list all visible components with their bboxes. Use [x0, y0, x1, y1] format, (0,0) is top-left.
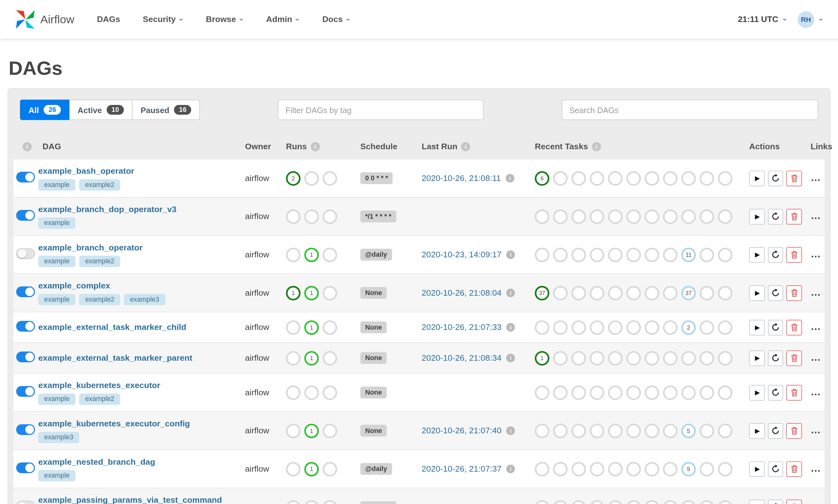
delete-dag-button[interactable] [786, 170, 802, 186]
trigger-dag-button[interactable]: ▶ [749, 170, 764, 186]
trigger-dag-button[interactable]: ▶ [749, 320, 764, 335]
dag-tag[interactable]: example [38, 393, 76, 405]
dag-tag[interactable]: example2 [79, 393, 120, 405]
run-state-circle[interactable]: 1 [286, 286, 301, 300]
dag-name-link[interactable]: example_complex [38, 281, 110, 291]
dag-pause-toggle[interactable] [16, 424, 35, 435]
links-button[interactable]: … [810, 172, 821, 183]
user-menu[interactable]: RH [798, 11, 823, 28]
task-state-circle[interactable]: 11 [681, 247, 696, 262]
task-state-circle[interactable]: 6 [535, 171, 549, 185]
refresh-dag-button[interactable] [768, 499, 783, 504]
dag-tag[interactable]: example [38, 256, 76, 267]
run-state-circle[interactable]: 1 [304, 286, 319, 300]
dag-tag[interactable]: example [38, 217, 76, 229]
dag-pause-toggle[interactable] [16, 210, 35, 220]
dag-pause-toggle[interactable] [16, 386, 35, 397]
dag-name-link[interactable]: example_kubernetes_executor [38, 380, 160, 391]
links-button[interactable]: … [810, 321, 821, 332]
last-run-link[interactable]: 2020-10-26, 21:08:34 [422, 353, 502, 363]
delete-dag-button[interactable] [786, 350, 802, 366]
dag-name-link[interactable]: example_branch_operator [38, 242, 143, 253]
links-button[interactable]: … [810, 287, 821, 298]
dag-name-link[interactable]: example_branch_dop_operator_v3 [38, 204, 177, 215]
tag-filter-input[interactable] [278, 100, 484, 120]
delete-dag-button[interactable] [786, 209, 802, 224]
clock-dropdown[interactable]: 21:11 UTC [738, 15, 787, 24]
dag-pause-toggle[interactable] [16, 352, 35, 362]
task-state-circle[interactable]: 1 [535, 351, 549, 365]
refresh-dag-button[interactable] [768, 384, 783, 400]
run-state-circle[interactable]: 1 [304, 351, 319, 365]
dag-tag[interactable]: example [38, 470, 76, 481]
nav-item-docs[interactable]: Docs [322, 15, 350, 24]
links-button[interactable]: … [810, 424, 821, 435]
brand[interactable]: Airflow [15, 9, 74, 30]
run-state-circle[interactable]: 1 [304, 424, 319, 438]
run-state-circle[interactable]: 1 [304, 247, 319, 262]
last-run-link[interactable]: 2020-10-26, 21:07:40 [422, 426, 502, 435]
links-button[interactable]: … [810, 501, 821, 504]
dag-tag[interactable]: example2 [79, 179, 120, 191]
links-button[interactable]: … [810, 463, 821, 474]
search-dags-input[interactable] [562, 100, 818, 120]
trigger-dag-button[interactable]: ▶ [749, 384, 764, 400]
dag-tag[interactable]: example2 [79, 256, 120, 267]
dag-name-link[interactable]: example_external_task_marker_parent [38, 353, 192, 363]
last-run-link[interactable]: 2020-10-26, 21:07:33 [422, 322, 502, 332]
dag-tag[interactable]: example [38, 179, 76, 191]
dag-pause-toggle[interactable] [16, 172, 35, 183]
run-state-circle[interactable]: 2 [286, 171, 301, 185]
run-state-circle[interactable]: 1 [304, 462, 319, 476]
dag-pause-toggle[interactable] [16, 463, 35, 473]
delete-dag-button[interactable] [786, 285, 802, 301]
nav-item-browse[interactable]: Browse [206, 15, 244, 24]
refresh-dag-button[interactable] [768, 209, 783, 224]
refresh-dag-button[interactable] [768, 285, 783, 301]
delete-dag-button[interactable] [786, 384, 802, 400]
dag-pause-toggle[interactable] [16, 287, 35, 297]
last-run-link[interactable]: 2020-10-26, 21:07:37 [422, 464, 502, 474]
task-state-circle[interactable]: 37 [681, 286, 696, 300]
dag-tag[interactable]: example [38, 294, 76, 305]
links-button[interactable]: … [810, 248, 821, 259]
filter-tab-paused[interactable]: Paused16 [132, 100, 200, 120]
last-run-link[interactable]: 2020-10-26, 21:08:04 [422, 288, 502, 298]
trigger-dag-button[interactable]: ▶ [749, 350, 764, 366]
delete-dag-button[interactable] [786, 320, 802, 335]
trigger-dag-button[interactable]: ▶ [749, 499, 764, 504]
last-run-link[interactable]: 2020-10-23, 14:09:17 [422, 250, 502, 259]
links-button[interactable]: … [810, 210, 821, 221]
dag-name-link[interactable]: example_kubernetes_executor_config [38, 418, 190, 429]
links-button[interactable]: … [810, 352, 821, 363]
trigger-dag-button[interactable]: ▶ [749, 285, 764, 301]
trigger-dag-button[interactable]: ▶ [749, 461, 764, 477]
refresh-dag-button[interactable] [768, 170, 783, 186]
task-state-circle[interactable]: 37 [535, 286, 549, 300]
refresh-dag-button[interactable] [768, 461, 783, 477]
nav-item-security[interactable]: Security [143, 15, 183, 24]
refresh-dag-button[interactable] [768, 423, 783, 439]
delete-dag-button[interactable] [786, 499, 802, 504]
dag-name-link[interactable]: example_nested_branch_dag [38, 456, 155, 467]
nav-item-dags[interactable]: DAGs [97, 15, 120, 24]
dag-tag[interactable]: example3 [124, 294, 165, 305]
delete-dag-button[interactable] [786, 247, 802, 263]
dag-tag[interactable]: example3 [38, 432, 79, 443]
dag-pause-toggle[interactable] [16, 248, 35, 259]
trigger-dag-button[interactable]: ▶ [749, 423, 764, 439]
dag-name-link[interactable]: example_bash_operator [38, 166, 135, 177]
refresh-dag-button[interactable] [768, 320, 783, 335]
refresh-dag-button[interactable] [768, 350, 783, 366]
dag-pause-toggle[interactable] [16, 501, 35, 504]
run-state-circle[interactable]: 1 [304, 320, 319, 335]
trigger-dag-button[interactable]: ▶ [749, 247, 764, 263]
delete-dag-button[interactable] [786, 461, 802, 477]
task-state-circle[interactable]: 9 [681, 462, 696, 476]
trigger-dag-button[interactable]: ▶ [749, 209, 764, 224]
dag-pause-toggle[interactable] [16, 321, 35, 331]
dag-name-link[interactable]: example_external_task_marker_child [38, 322, 186, 333]
last-run-link[interactable]: 2020-10-26, 21:08:11 [422, 174, 501, 183]
filter-tab-all[interactable]: All26 [20, 100, 70, 120]
filter-tab-active[interactable]: Active10 [69, 100, 132, 120]
